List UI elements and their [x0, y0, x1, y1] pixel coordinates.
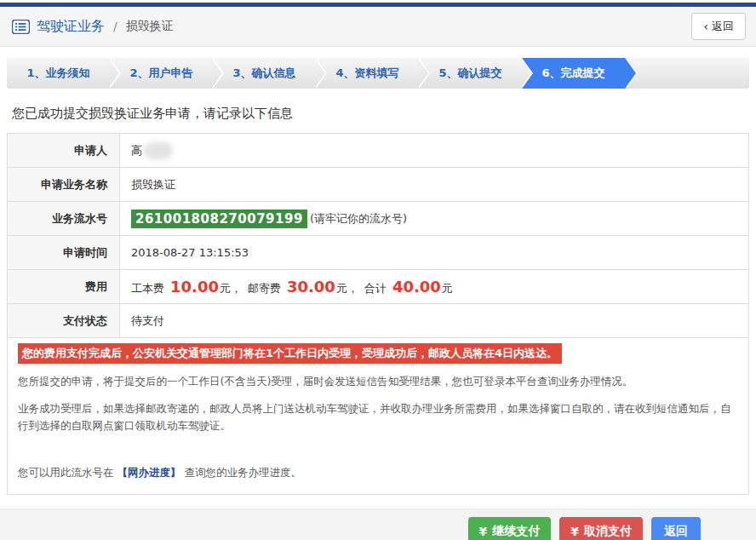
step-label: 4、资料填写 [335, 66, 398, 81]
chevron-left-icon: ‹ [703, 20, 708, 32]
return-button[interactable]: 返回 [651, 517, 701, 540]
breadcrumb-separator: / [113, 20, 117, 33]
step-label: 6、完成提交 [541, 66, 604, 81]
notes-section: 您的费用支付完成后，公安机关交通管理部门将在1个工作日内受理，受理成功后，邮政人… [8, 338, 748, 494]
step-2-user-declaration: 2、用户申告 [110, 58, 213, 89]
fee-segment-postage: 邮寄费 30.00 元， [248, 278, 358, 296]
page-title: 驾驶证业务 [37, 18, 105, 36]
row-value: 损毁换证 [120, 168, 748, 201]
success-message: 您已成功提交损毁换证业务申请，请记录以下信息 [12, 106, 749, 122]
row-value: 待支付 [120, 304, 748, 337]
business-name: 损毁换证 [131, 177, 175, 192]
step-label: 3、确认信息 [232, 66, 295, 81]
continue-payment-label: 继续支付 [492, 524, 540, 539]
step-label: 1、业务须知 [26, 66, 89, 81]
yen-icon: ¥ [570, 525, 579, 538]
breadcrumb: 驾驶证业务 / 损毁换证 [12, 18, 174, 36]
warning-banner: 您的费用支付完成后，公安机关交通管理部门将在1个工作日内受理，受理成功后，邮政人… [18, 343, 562, 364]
continue-payment-button[interactable]: ¥ 继续支付 [468, 517, 552, 540]
payment-status: 待支付 [131, 313, 164, 329]
progress-hint-prefix: 您可以用此流水号在 [18, 466, 114, 479]
note-paragraph-2: 业务成功受理后，如果选择邮政寄递的，邮政人员将上门送达机动车驾驶证，并收取办理业… [18, 400, 738, 435]
serial-number-badge: 261001808270079199 [131, 210, 307, 228]
step-label: 5、确认提交 [438, 66, 501, 81]
serial-number-note: (请牢记你的流水号) [310, 211, 407, 227]
row-value: 2018-08-27 13:15:53 [120, 236, 748, 269]
page-subtitle: 损毁换证 [126, 19, 174, 34]
table-row-payment-status: 支付状态 待支付 [8, 304, 748, 338]
row-label: 业务流水号 [8, 202, 120, 235]
cancel-payment-button[interactable]: ¥ 取消支付 [559, 517, 643, 540]
application-info-table: 申请人 高 申请业务名称 损毁换证 业务流水号 2610018082700791… [7, 133, 749, 495]
page-header: 驾驶证业务 / 损毁换证 ‹ 返回 [0, 7, 756, 47]
cancel-payment-label: 取消支付 [584, 524, 632, 539]
table-row-fee: 费用 工本费 10.00 元， 邮寄费 30.00 元， 合计 40.00 元 [8, 270, 748, 304]
list-icon [12, 20, 30, 34]
table-row-applicant: 申请人 高 [8, 134, 748, 168]
step-1-business-notice: 1、业务须知 [7, 58, 110, 89]
table-row-apply-time: 申请时间 2018-08-27 13:15:53 [8, 236, 748, 270]
row-value: 261001808270079199 (请牢记你的流水号) [120, 202, 748, 235]
table-row-business-name: 申请业务名称 损毁换证 [8, 168, 748, 202]
step-6-complete-submit: 6、完成提交 [522, 58, 625, 89]
applicant-name: 高 [131, 143, 142, 158]
fee-label: 合计 [364, 281, 387, 296]
step-3-confirm-info: 3、确认信息 [213, 58, 316, 89]
apply-time: 2018-08-27 13:15:53 [131, 246, 249, 259]
row-value: 高 [120, 134, 748, 167]
row-label: 申请时间 [8, 236, 120, 269]
fee-segment-total: 合计 40.00 元 [364, 278, 453, 296]
redaction-blur [144, 142, 173, 159]
row-label: 支付状态 [8, 304, 120, 337]
step-5-confirm-submit: 5、确认提交 [419, 58, 522, 89]
fee-unit: 元 [442, 281, 453, 296]
step-progress-bar: 1、业务须知 2、用户申告 3、确认信息 4、资料填写 5、确认提交 6、完成提… [7, 58, 749, 89]
row-value: 工本费 10.00 元， 邮寄费 30.00 元， 合计 40.00 元 [120, 270, 748, 303]
step-4-fill-data: 4、资料填写 [316, 58, 419, 89]
yen-icon: ¥ [479, 525, 488, 538]
back-button[interactable]: ‹ 返回 [691, 13, 746, 40]
fee-label: 工本费 [131, 281, 164, 296]
fee-unit: 元， [220, 281, 242, 296]
row-label: 申请人 [8, 134, 120, 167]
progress-menu-reference: 【网办进度】 [117, 466, 180, 479]
back-button-label: 返回 [712, 19, 734, 34]
row-label: 申请业务名称 [8, 168, 120, 201]
note-paragraph-1: 您所提交的申请，将于提交后的一个工作日(不含当天)受理，届时会发送短信告知受理结… [18, 373, 738, 391]
table-row-serial-number: 业务流水号 261001808270079199 (请牢记你的流水号) [8, 202, 748, 236]
footer-action-bar: ¥ 继续支付 ¥ 取消支付 返回 [0, 508, 756, 540]
fee-amount: 40.00 [392, 278, 441, 296]
fee-amount: 30.00 [287, 278, 335, 296]
fee-segment-cost: 工本费 10.00 元， [131, 278, 242, 296]
fee-amount: 10.00 [170, 278, 219, 296]
fee-unit: 元， [336, 281, 358, 296]
step-label: 2、用户申告 [129, 66, 192, 81]
row-label: 费用 [8, 270, 120, 303]
progress-hint-suffix: 查询您的业务办理进度。 [184, 466, 301, 479]
progress-hint: 您可以用此流水号在 【网办进度】 查询您的业务办理进度。 [18, 466, 738, 480]
return-button-label: 返回 [664, 524, 688, 539]
fee-label: 邮寄费 [248, 281, 281, 296]
